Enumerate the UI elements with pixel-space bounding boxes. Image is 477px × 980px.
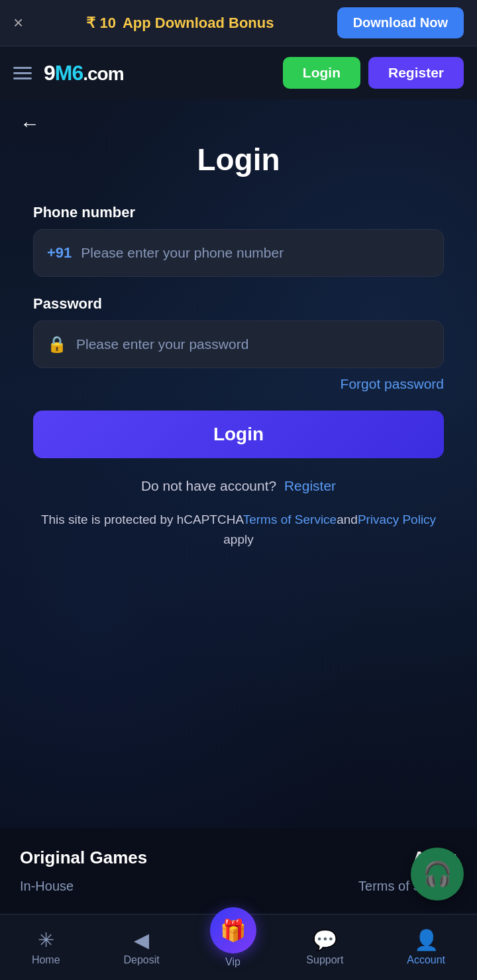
support-icon: 💬 <box>313 928 337 952</box>
lock-icon: 🔒 <box>47 335 67 354</box>
header-left: 9M6.com <box>13 61 124 85</box>
password-input-wrapper: 🔒 <box>33 320 444 368</box>
header-right: Login Register <box>283 57 464 89</box>
phone-label: Phone number <box>33 204 444 221</box>
account-icon: 👤 <box>414 928 439 952</box>
and-text: and <box>337 513 358 526</box>
phone-input[interactable] <box>81 245 430 261</box>
nav-account[interactable]: 👤 Account <box>394 923 458 971</box>
header: 9M6.com Login Register <box>0 46 477 99</box>
home-label: Home <box>32 954 60 966</box>
privacy-link[interactable]: Privacy Policy <box>358 513 436 526</box>
headset-icon: 🎧 <box>423 860 452 888</box>
banner-content: ₹ 10 App Download Bonus <box>86 15 274 32</box>
vip-circle: 🎁 <box>210 907 256 954</box>
nav-deposit[interactable]: ◀ Deposit <box>110 923 172 971</box>
header-register-button[interactable]: Register <box>368 57 464 89</box>
nav-home[interactable]: ✳ Home <box>19 923 74 971</box>
phone-prefix: +91 <box>47 244 72 262</box>
terms-link[interactable]: Terms of Service <box>243 513 337 526</box>
password-label: Password <box>33 295 444 313</box>
deposit-icon: ◀ <box>134 928 149 952</box>
gift-icon: 🎁 <box>220 918 246 943</box>
back-button[interactable]: ← <box>0 99 60 135</box>
register-prompt: Do not have account? Register <box>33 478 444 494</box>
bottom-navigation: ✳ Home ◀ Deposit 🎁 Vip 💬 Support 👤 Accou… <box>0 914 477 980</box>
download-now-button[interactable]: Download Now <box>337 7 464 38</box>
original-games-col: Original Games In-House <box>20 848 147 899</box>
nav-vip[interactable]: 🎁 Vip <box>210 907 256 968</box>
captcha-text: This site is protected by hCAPTCHA <box>41 513 243 526</box>
banner-text: App Download Bonus <box>123 15 274 32</box>
login-button[interactable]: Login <box>33 411 444 458</box>
vip-label: Vip <box>225 956 240 968</box>
captcha-notice: This site is protected by hCAPTCHATerms … <box>33 510 444 550</box>
home-icon: ✳ <box>38 928 54 952</box>
forgot-password-anchor[interactable]: Forgot password <box>341 376 444 391</box>
login-form-container: Login Phone number +91 Password 🔒 Forgot… <box>0 135 477 577</box>
forgot-password-link[interactable]: Forgot password <box>33 376 444 392</box>
password-input[interactable] <box>76 336 430 352</box>
deposit-label: Deposit <box>123 954 159 966</box>
hamburger-menu[interactable] <box>13 67 32 79</box>
original-games-title: Original Games <box>20 848 147 868</box>
phone-input-wrapper: +91 <box>33 229 444 277</box>
register-link[interactable]: Register <box>284 478 336 493</box>
account-label: Account <box>407 954 445 966</box>
support-label: Support <box>306 954 343 966</box>
login-title: Login <box>33 142 444 177</box>
top-banner: × ₹ 10 App Download Bonus Download Now <box>0 0 477 46</box>
nav-support[interactable]: 💬 Support <box>293 923 356 971</box>
no-account-text: Do not have account? <box>141 478 276 493</box>
header-login-button[interactable]: Login <box>283 57 360 89</box>
bottom-columns: Original Games In-House Abou Terms of Se… <box>20 848 457 899</box>
original-games-item1: In-House <box>20 879 147 894</box>
page-background: ← Login Phone number +91 Password 🔒 Forg… <box>0 99 477 828</box>
logo: 9M6.com <box>44 61 124 85</box>
support-fab-button[interactable]: 🎧 <box>411 848 464 901</box>
back-arrow-icon: ← <box>20 113 40 134</box>
banner-close-btn[interactable]: × <box>13 13 23 33</box>
banner-amount: ₹ 10 <box>86 15 116 32</box>
apply-text: apply <box>223 532 253 546</box>
